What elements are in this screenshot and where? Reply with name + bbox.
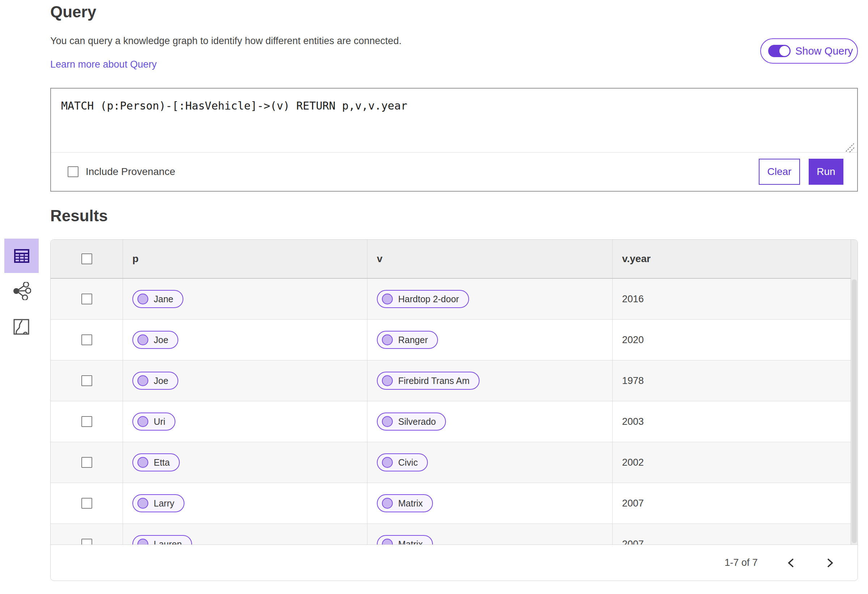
chart-view-icon — [13, 319, 29, 335]
show-query-toggle[interactable]: Show Query — [760, 38, 858, 63]
entity-pill-p[interactable]: Joe — [132, 331, 178, 349]
results-table: p v v.year Jane Hardtop 2-door 2016 Joe … — [50, 239, 858, 581]
row-checkbox[interactable] — [81, 539, 92, 544]
row-checkbox[interactable] — [81, 457, 92, 468]
year-value: 2002 — [622, 457, 644, 468]
row-checkbox[interactable] — [81, 335, 92, 345]
row-checkbox[interactable] — [81, 293, 92, 304]
entity-pill-v[interactable]: Matrix — [377, 535, 433, 544]
toggle-knob — [779, 46, 790, 56]
toggle-switch-icon[interactable] — [768, 45, 791, 57]
entity-dot-icon — [382, 293, 393, 304]
query-footer: Include Provenance Clear Run — [51, 153, 857, 191]
query-input[interactable]: MATCH (p:Person)-[:HasVehicle]->(v) RETU… — [51, 88, 857, 153]
row-checkbox[interactable] — [81, 498, 92, 509]
results-title: Results — [50, 207, 108, 225]
table-row: Uri Silverado 2003 — [51, 401, 858, 442]
entity-pill-p[interactable]: Jane — [132, 290, 183, 308]
view-mode-chart[interactable] — [12, 317, 31, 336]
table-scrollbar[interactable] — [851, 240, 858, 544]
include-provenance-label: Include Provenance — [86, 166, 176, 177]
table-row: Jane Hardtop 2-door 2016 — [51, 279, 858, 320]
entity-pill-v[interactable]: Civic — [377, 453, 428, 472]
table-row: Joe Ranger 2020 — [51, 320, 858, 360]
table-row: Lauren Matrix 2007 — [51, 524, 858, 544]
pagination-range-label: 1-7 of 7 — [725, 557, 758, 568]
page-title: Query — [50, 3, 96, 21]
view-mode-table[interactable] — [4, 239, 39, 273]
entity-pill-v[interactable]: Silverado — [377, 413, 446, 430]
scrollbar-thumb[interactable] — [852, 280, 857, 543]
entity-pill-p[interactable]: Joe — [132, 371, 178, 390]
table-body: Jane Hardtop 2-door 2016 Joe Ranger 2020… — [51, 279, 858, 544]
entity-pill-v[interactable]: Firebird Trans Am — [377, 371, 480, 390]
header-cell-v: v — [368, 240, 613, 278]
include-provenance-checkbox[interactable] — [68, 166, 78, 177]
chevron-right-icon — [826, 557, 834, 568]
query-editor-card: MATCH (p:Person)-[:HasVehicle]->(v) RETU… — [50, 88, 858, 192]
year-value: 1978 — [622, 375, 644, 386]
view-mode-graph[interactable] — [11, 280, 32, 302]
entity-dot-icon — [382, 457, 393, 468]
header-cell-select — [51, 240, 123, 278]
entity-pill-p[interactable]: Larry — [132, 494, 185, 512]
learn-more-link[interactable]: Learn more about Query — [50, 59, 156, 70]
row-checkbox[interactable] — [81, 375, 92, 386]
table-pagination: 1-7 of 7 — [51, 544, 858, 581]
resize-handle-icon[interactable] — [842, 142, 855, 153]
table-row: Etta Civic 2002 — [51, 442, 858, 483]
pagination-prev-button[interactable] — [780, 552, 802, 574]
entity-dot-icon — [137, 457, 148, 468]
entity-pill-p[interactable]: Uri — [132, 413, 176, 430]
entity-dot-icon — [382, 498, 393, 509]
year-value: 2020 — [622, 335, 644, 346]
table-header-row: p v v.year — [51, 240, 858, 279]
chevron-left-icon — [787, 557, 795, 568]
row-checkbox[interactable] — [81, 416, 92, 427]
year-value: 2016 — [622, 293, 644, 305]
pagination-next-button[interactable] — [819, 552, 841, 574]
table-row: Joe Firebird Trans Am 1978 — [51, 360, 858, 401]
entity-dot-icon — [137, 335, 148, 345]
entity-dot-icon — [382, 335, 393, 345]
entity-dot-icon — [137, 539, 148, 544]
entity-pill-v[interactable]: Ranger — [377, 331, 438, 349]
table-view-icon — [14, 249, 29, 263]
show-query-label: Show Query — [795, 45, 853, 57]
header-cell-p: p — [123, 240, 368, 278]
year-value: 2003 — [622, 416, 644, 427]
entity-dot-icon — [382, 539, 393, 544]
entity-dot-icon — [137, 375, 148, 386]
entity-pill-v[interactable]: Matrix — [377, 494, 433, 512]
page-description: You can query a knowledge graph to ident… — [50, 35, 402, 47]
year-value: 2007 — [622, 539, 644, 545]
select-all-checkbox[interactable] — [81, 254, 92, 264]
year-value: 2007 — [622, 498, 644, 509]
entity-dot-icon — [382, 416, 393, 427]
entity-pill-v[interactable]: Hardtop 2-door — [377, 290, 469, 308]
entity-dot-icon — [382, 375, 393, 386]
entity-pill-p[interactable]: Etta — [132, 453, 180, 472]
graph-view-icon — [12, 282, 31, 300]
entity-pill-p[interactable]: Lauren — [132, 535, 192, 544]
table-row: Larry Matrix 2007 — [51, 483, 858, 524]
run-button[interactable]: Run — [809, 159, 843, 185]
entity-dot-icon — [137, 416, 148, 427]
header-cell-vyear: v.year — [613, 240, 858, 278]
clear-button[interactable]: Clear — [759, 159, 800, 185]
entity-dot-icon — [137, 293, 148, 304]
entity-dot-icon — [137, 498, 148, 509]
